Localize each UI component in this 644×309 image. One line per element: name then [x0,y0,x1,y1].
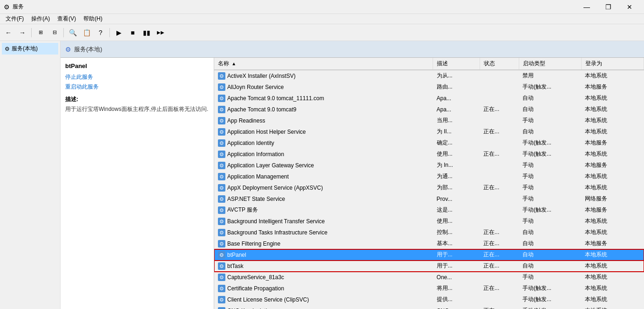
table-row[interactable]: AppX Deployment Service (AppXSVC)为部...正在… [214,182,644,193]
table-row[interactable]: Application Host Helper Service为 II...正在… [214,126,644,137]
table-row[interactable]: btPanel用于...正在...自动本地系统 [214,249,644,261]
table-row[interactable]: CaptureService_81a3cOne...手动本地系统 [214,272,644,283]
stop-service-link[interactable]: 停止此服务 [65,73,209,81]
start-button[interactable]: ▶ [112,26,125,39]
service-startup: 手动 [519,160,581,171]
service-startup: 自动 [519,249,581,261]
service-status: 正在... [480,305,519,309]
service-icon [218,285,225,292]
restart-service-link[interactable]: 重启动此服务 [65,83,209,91]
service-desc: 确定... [433,137,480,149]
content-header: ⚙ 服务(本地) [61,41,644,58]
service-table: 名称 ▲ 描述 状态 启动类型 登录为 ActiveX Installer (A… [214,58,644,309]
service-startup: 手动 [519,115,581,126]
col-status[interactable]: 状态 [480,58,519,70]
service-name: Application Identity [227,140,274,146]
table-row[interactable]: ActiveX Installer (AxInstSV)为从...禁用本地系统 [214,70,644,82]
service-name: CNG Key Isolation [227,308,273,309]
table-row[interactable]: Application Management为通...手动本地系统 [214,171,644,182]
restore-button[interactable]: ❐ [597,0,619,14]
content-area: ⚙ 服务(本地) btPanel 停止此服务 重启动此服务 描述: 用于运行宝塔… [61,41,644,309]
service-status [480,82,519,93]
table-row[interactable]: AVCTP 服务这是...手动(触发...本地服务 [214,205,644,216]
nav-item-local[interactable]: ⚙ 服务(本地) [2,43,58,55]
service-status [480,160,519,171]
table-row[interactable]: ASP.NET State ServiceProv...手动网络服务 [214,193,644,205]
service-icon [218,262,225,270]
table-row[interactable]: AllJoyn Router Service路由...手动(触发...本地服务 [214,82,644,93]
table-row[interactable]: Application Identity确定...手动(触发...本地服务 [214,137,644,149]
table-row[interactable]: App Readiness当用...手动本地系统 [214,115,644,126]
menu-file[interactable]: 文件(F) [2,14,27,24]
service-icon [218,229,225,236]
table-row[interactable]: CNG Key IsolationCNG...正在...手动(触发...本地系统 [214,305,644,309]
service-icon [218,117,225,124]
service-login: 本地系统 [581,305,644,309]
table-row[interactable]: Application Information使用...正在...手动(触发..… [214,149,644,160]
expand-button[interactable]: ⊟ [48,26,61,39]
table-row[interactable]: Base Filtering Engine基本...正在...自动本地服务 [214,238,644,249]
service-status: 正在... [480,238,519,249]
forward-button[interactable]: → [16,26,29,39]
table-row[interactable]: Certificate Propagation将用...正在...手动(触发..… [214,283,644,294]
panel-description: 用于运行宝塔Windows面板主程序,停止后面板将无法访问. [65,105,209,113]
service-icon [218,72,225,80]
service-desc: 将用... [433,283,480,294]
service-desc: 为从... [433,70,480,82]
service-desc: 路由... [433,82,480,93]
export-button[interactable]: 📋 [80,26,93,39]
service-login: 本地系统 [581,227,644,238]
service-login: 本地服务 [581,160,644,171]
col-startup[interactable]: 启动类型 [519,58,581,70]
back-button[interactable]: ← [2,26,15,39]
table-row[interactable]: btTask用于...正在...自动本地系统 [214,261,644,272]
menu-help[interactable]: 帮助(H) [80,14,106,24]
service-startup: 手动 [519,182,581,193]
stop-button[interactable]: ■ [126,26,139,39]
main-layout: ⚙ 服务(本地) ⚙ 服务(本地) btPanel 停止此服务 重启动此服务 描… [0,41,644,309]
service-desc: 控制... [433,227,480,238]
service-startup: 手动(触发... [519,149,581,160]
table-row[interactable]: Background Intelligent Transfer Service使… [214,216,644,227]
pause-button[interactable]: ▮▮ [140,26,153,39]
close-button[interactable]: ✕ [619,0,640,14]
show-hide-button[interactable]: ⊞ [34,26,47,39]
col-login[interactable]: 登录为 [581,58,644,70]
col-desc[interactable]: 描述 [433,58,480,70]
service-status [480,193,519,205]
split-pane: btPanel 停止此服务 重启动此服务 描述: 用于运行宝塔Windows面板… [61,58,644,309]
service-name: App Readiness [227,117,265,124]
service-login: 本地系统 [581,93,644,104]
service-desc: Apa... [433,104,480,115]
service-name: btPanel [227,252,246,258]
col-name[interactable]: 名称 ▲ [214,58,433,70]
service-startup: 手动(触发... [519,137,581,149]
service-login: 本地服务 [581,238,644,249]
table-row[interactable]: Apache Tomcat 9.0 tomcat_11111.comApa...… [214,93,644,104]
menu-action[interactable]: 操作(A) [27,14,54,24]
table-row[interactable]: Apache Tomcat 9.0 tomcat9Apa...正在...自动本地… [214,104,644,115]
table-row[interactable]: Client License Service (ClipSVC)提供...手动(… [214,294,644,305]
service-desc: 使用... [433,149,480,160]
service-name: Client License Service (ClipSVC) [227,296,309,303]
service-login: 本地系统 [581,294,644,305]
table-row[interactable]: Background Tasks Infrastructure Service控… [214,227,644,238]
desc-label: 描述: [65,96,209,103]
restart-button[interactable]: ▶▶ [154,26,167,39]
service-status [480,205,519,216]
service-name: Background Intelligent Transfer Service [227,218,325,225]
service-icon [218,128,225,136]
service-icon [218,83,225,91]
menu-view[interactable]: 查看(V) [54,14,80,24]
search-button[interactable]: 🔍 [66,26,79,39]
service-list-scroll[interactable]: 名称 ▲ 描述 状态 启动类型 登录为 ActiveX Installer (A… [214,58,644,309]
service-name: Application Information [227,151,284,158]
service-icon [218,139,225,147]
service-icon [218,173,225,180]
minimize-button[interactable]: — [576,0,597,14]
content-header-title: 服务(本地) [74,45,102,54]
service-name: Application Host Helper Service [227,129,306,135]
table-row[interactable]: Application Layer Gateway Service为 In...… [214,160,644,171]
help-button[interactable]: ? [94,26,107,39]
service-desc: 用于... [433,261,480,272]
